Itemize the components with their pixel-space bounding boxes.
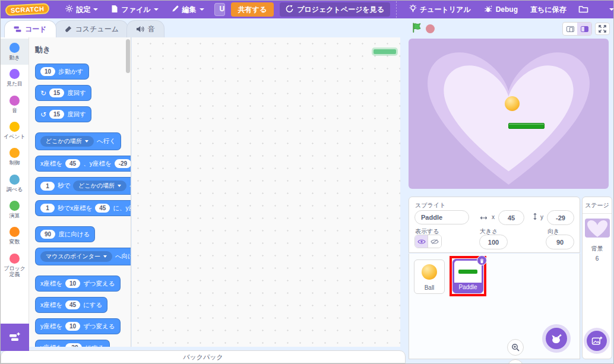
category-見た目[interactable]: 見た目 [1, 65, 29, 91]
block-dropdown[interactable]: どこかの場所 [73, 181, 126, 191]
settings-menu[interactable]: 設定 [59, 1, 105, 18]
sprite-card-ball[interactable]: Ball [414, 259, 445, 294]
palette-block[interactable]: 90度に向ける [35, 226, 95, 242]
block-number-input[interactable]: 10 [40, 67, 55, 76]
category-label: 音 [12, 107, 17, 113]
category-動き[interactable]: 動き [1, 39, 29, 65]
scratch-logo[interactable]: SCRATCH [5, 3, 50, 16]
block-number-input[interactable]: 10 [65, 279, 80, 288]
editor-tabs: コード コスチューム 音 [1, 20, 408, 37]
block-text: 度回す [67, 110, 86, 119]
palette-block[interactable]: 1秒でx座標を45に、y座標を-29 [35, 200, 131, 216]
backpack-bar[interactable]: バックパック [1, 350, 406, 363]
direction-input[interactable]: 90 [546, 235, 574, 249]
green-flag-button[interactable] [412, 23, 422, 35]
heart-backdrop [409, 39, 609, 189]
zoom-out-button[interactable] [507, 359, 524, 364]
block-dropdown[interactable]: どこかの場所 [40, 136, 94, 147]
block-number-input[interactable]: -29 [65, 343, 82, 347]
add-sprite-button[interactable] [546, 328, 567, 349]
palette-block[interactable]: x座標を45、y座標を-29にする [35, 156, 131, 172]
y-position-input[interactable]: -29 [547, 210, 574, 225]
y-arrow-icon [533, 212, 537, 222]
category-イベント[interactable]: イベント [1, 118, 29, 144]
palette-block[interactable]: y座標を-29にする [35, 340, 110, 347]
palette-scrollbar[interactable] [126, 39, 130, 73]
small-stage-button[interactable] [563, 23, 577, 35]
category-音[interactable]: 音 [1, 91, 29, 118]
sprite-name-label: Ball [414, 283, 444, 293]
add-backdrop-button[interactable] [587, 331, 607, 351]
show-sprite-button[interactable] [415, 235, 428, 248]
tab-costumes[interactable]: コスチューム [55, 20, 128, 37]
sprite-card-paddle[interactable]: Paddle [452, 259, 483, 293]
paddle-costume-fragment[interactable] [374, 49, 396, 54]
palette-block[interactable]: 10歩動かす [35, 64, 89, 80]
stage-view[interactable] [409, 39, 609, 189]
account-chevron-down-icon[interactable] [609, 8, 614, 11]
trash-icon [479, 258, 485, 264]
palette-block[interactable]: ↻15度回す [35, 85, 91, 101]
hide-sprite-button[interactable] [428, 235, 441, 248]
ball-sprite-on-stage[interactable] [505, 96, 520, 111]
chevron-down-icon [118, 185, 121, 187]
paddle-sprite-on-stage[interactable] [508, 123, 545, 129]
tutorials-menu[interactable]: チュートリアル [403, 1, 477, 18]
zoom-in-button[interactable] [507, 339, 524, 356]
sprite-name-input[interactable]: Paddle [414, 210, 469, 224]
project-page-button[interactable]: プロジェクトページを見る [280, 2, 390, 17]
block-text: x座標を [40, 301, 62, 309]
stop-button[interactable] [426, 24, 435, 33]
share-button[interactable]: 共有する [231, 2, 274, 17]
tutorials-label: チュートリアル [420, 5, 471, 15]
block-text: へ向ける [115, 252, 131, 261]
palette-block[interactable]: どこかの場所へ行く [35, 132, 121, 150]
block-text: 度回す [67, 89, 86, 97]
add-sprite-cat-icon [550, 334, 562, 344]
block-number-input[interactable]: -29 [115, 159, 131, 168]
tab-sounds[interactable]: 音 [126, 20, 164, 37]
code-canvas[interactable] [132, 37, 400, 347]
project-title-input[interactable]: Untitled-8 [214, 3, 225, 16]
block-number-input[interactable]: 90 [40, 230, 55, 239]
category-color-dot [10, 227, 20, 237]
x-position-input[interactable]: 45 [498, 210, 524, 225]
add-extension-button[interactable] [1, 324, 29, 351]
block-number-input[interactable]: 45 [65, 300, 80, 309]
debug-menu[interactable]: Debug [477, 1, 524, 18]
sprite-name-label: Paddle [453, 283, 483, 293]
block-number-input[interactable]: 15 [49, 110, 64, 119]
category-制御[interactable]: 制御 [1, 144, 29, 170]
file-menu[interactable]: ファイル [105, 1, 164, 18]
block-number-input[interactable]: 15 [49, 88, 64, 97]
category-color-dot [10, 43, 20, 53]
tab-code[interactable]: コード [4, 20, 56, 37]
size-input[interactable]: 100 [479, 235, 508, 249]
palette-block[interactable]: x座標を45にする [35, 297, 107, 313]
block-number-input[interactable]: 45 [65, 159, 80, 168]
block-dropdown[interactable]: マウスのポインター [40, 251, 112, 262]
block-number-input[interactable]: 1 [40, 182, 55, 191]
palette-block[interactable]: y座標を10ずつ変える [35, 318, 121, 334]
palette-block[interactable]: x座標を10ずつ変える [35, 276, 121, 292]
my-stuff-button[interactable] [572, 5, 594, 15]
block-number-input[interactable]: 45 [95, 204, 110, 213]
category-ブロック定義[interactable]: ブロック定義 [1, 249, 29, 282]
large-stage-button[interactable] [577, 23, 591, 35]
palette-block[interactable]: 1秒でどこかの場所へ行く [35, 177, 131, 195]
category-変数[interactable]: 変数 [1, 223, 29, 249]
palette-block[interactable]: ↺15度回す [35, 106, 91, 122]
fullscreen-button[interactable] [595, 23, 610, 35]
stage-thumbnail[interactable] [585, 219, 610, 238]
edit-menu[interactable]: 編集 [165, 1, 211, 18]
save-now-button[interactable]: 直ちに保存 [524, 1, 572, 18]
category-調べる[interactable]: 調べる [1, 170, 29, 197]
category-color-dot [10, 122, 20, 132]
palette-block[interactable]: マウスのポインターへ向ける [35, 248, 131, 265]
category-演算[interactable]: 演算 [1, 197, 29, 223]
delete-sprite-button[interactable] [477, 255, 487, 265]
block-number-input[interactable]: 1 [40, 204, 55, 213]
speaker-icon [136, 26, 144, 33]
sprite-cards: BallPaddle [409, 254, 580, 296]
block-number-input[interactable]: 10 [65, 322, 80, 331]
